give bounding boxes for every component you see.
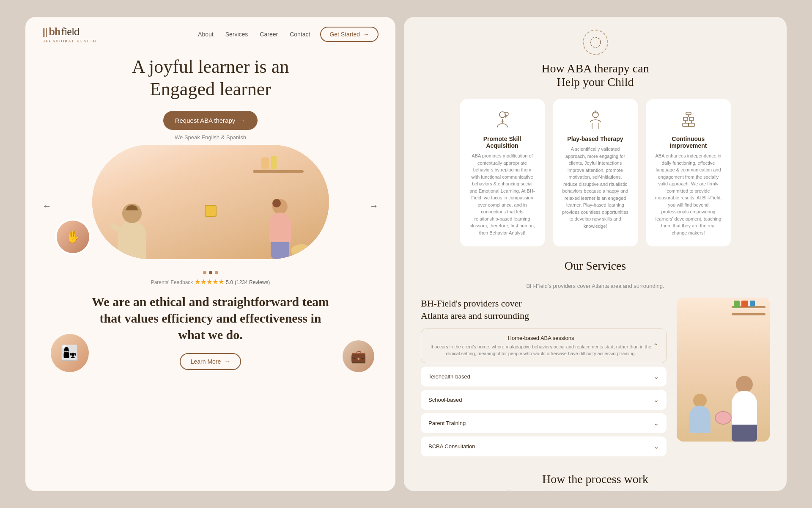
svg-rect-12 xyxy=(689,123,694,127)
aba-card-1: Promote Skill Acquisition ABA promotes m… xyxy=(460,99,545,246)
card-1-title: Promote Skill Acquisition xyxy=(469,135,536,149)
stars-icon: ★★★★★ xyxy=(195,278,224,285)
child-torso xyxy=(269,213,291,242)
right-panel: How ABA therapy can Help your Child xyxy=(404,17,787,491)
thumbnail-circle: ✋ xyxy=(55,219,91,255)
hero-image-area: ← xyxy=(42,145,379,268)
person-circle-left: 👩‍👧 xyxy=(51,334,89,372)
floor-item xyxy=(291,244,312,257)
arrow-icon: → xyxy=(224,358,230,365)
toy-block xyxy=(205,205,217,217)
card-2-title: Play-based Therapy xyxy=(562,135,629,142)
service-item-1-content: Home-based ABA sessions It occurs in the… xyxy=(429,335,653,357)
services-title: Our Services xyxy=(421,259,770,273)
chevron-down-icon: ⌄ xyxy=(653,396,659,404)
services-heading: BH-Field's providers cover Atlanta area … xyxy=(421,298,667,322)
dot-2[interactable] xyxy=(209,271,212,274)
play-icon xyxy=(585,109,606,130)
service-item-1[interactable]: Home-based ABA sessions It occurs in the… xyxy=(421,329,667,363)
get-started-button[interactable]: Get Started → xyxy=(320,27,379,42)
hero-title: A joyful learner is an Engaged learner xyxy=(42,56,379,101)
svg-point-0 xyxy=(590,37,601,47)
svg-rect-8 xyxy=(689,117,694,121)
carousel-dots xyxy=(25,271,395,274)
aba-section-title: How ABA therapy can Help your Child xyxy=(421,62,770,89)
svg-rect-7 xyxy=(683,117,688,121)
adult-figure xyxy=(118,204,146,259)
logo-field: field xyxy=(61,25,79,38)
service-item-5[interactable]: BCBA Consultation ⌄ xyxy=(421,436,667,456)
shelf-bottom xyxy=(732,313,765,315)
chevron-up-icon: ⌃ xyxy=(653,342,658,350)
nav-services[interactable]: Services xyxy=(225,31,248,38)
service-item-4[interactable]: Parent Training ⌄ xyxy=(421,413,667,433)
logo-bars-icon: ||| xyxy=(42,26,47,37)
logo-text: ||| bhfield xyxy=(42,25,79,38)
shelf-item-1 xyxy=(734,301,740,308)
service-item-3[interactable]: School-based ⌄ xyxy=(421,390,667,410)
child-figure xyxy=(689,394,710,433)
language-text: We Speak English & Spanish xyxy=(42,134,379,141)
shelf-items xyxy=(734,301,765,308)
services-subtitle: BH-Field's providers cover Atlanta area … xyxy=(421,283,770,289)
feedback-score: 5.0 xyxy=(226,279,233,285)
carousel-next-button[interactable]: → xyxy=(369,201,379,212)
shelf-item xyxy=(261,157,269,169)
child-pants xyxy=(271,242,289,259)
therapist-pants xyxy=(732,425,757,442)
child-dress xyxy=(689,406,710,433)
circle-dashed-icon xyxy=(583,30,608,55)
services-content: BH-Field's providers cover Atlanta area … xyxy=(421,298,770,460)
child-head xyxy=(272,199,288,214)
svg-point-1 xyxy=(499,112,505,118)
carousel-prev-button[interactable]: ← xyxy=(42,201,52,212)
logo-subtitle: BEHAVIORAL HEALTH xyxy=(42,39,96,43)
services-scene xyxy=(677,298,770,442)
chevron-down-icon: ⌄ xyxy=(653,442,659,450)
aba-card-2: Play-based Therapy A scientifically vali… xyxy=(553,99,638,246)
card-1-desc: ABA promotes modification of contextuall… xyxy=(469,152,536,236)
process-section: How the process work There are some the … xyxy=(421,472,770,491)
shelf-item-3 xyxy=(750,301,755,306)
svg-rect-11 xyxy=(683,123,689,127)
service-item-2[interactable]: Telehealth-based ⌄ xyxy=(421,367,667,387)
request-aba-button[interactable]: Request ABA therapy → xyxy=(163,111,258,130)
shelf-item-2 xyxy=(741,301,748,307)
arrow-icon: → xyxy=(363,31,369,38)
card-3-desc: ABA enhances independence in daily funct… xyxy=(655,152,722,236)
logo-bh: bh xyxy=(49,25,60,38)
nav-about[interactable]: About xyxy=(198,31,214,38)
about-title: We are an ethical and straightforward te… xyxy=(51,293,370,343)
feedback-section: Parents' Feedback ★★★★★ 5.0 (1234 Review… xyxy=(25,274,395,289)
improve-icon xyxy=(678,109,699,130)
adult-torso xyxy=(118,221,146,259)
thumb-inner: ✋ xyxy=(57,221,89,253)
nav-career[interactable]: Career xyxy=(260,31,278,38)
logo: ||| bhfield BEHAVIORAL HEALTH xyxy=(42,25,96,43)
adult-head xyxy=(122,204,142,223)
page-wrapper: ||| bhfield BEHAVIORAL HEALTH About Serv… xyxy=(0,0,812,508)
feedback-reviews: (1234 Reviews) xyxy=(235,279,270,285)
aba-cards: Promote Skill Acquisition ABA promotes m… xyxy=(421,99,770,246)
dot-1[interactable] xyxy=(203,271,206,274)
about-section: We are an ethical and straightforward te… xyxy=(25,289,395,374)
services-image xyxy=(677,298,770,442)
services-left: BH-Field's providers cover Atlanta area … xyxy=(421,298,667,460)
nav-contact[interactable]: Contact xyxy=(290,31,310,38)
card-2-desc: A scientifically validated approach, mor… xyxy=(562,146,629,229)
adult-hair xyxy=(126,205,138,210)
aba-section: How ABA therapy can Help your Child xyxy=(421,30,770,246)
arrow-icon: → xyxy=(239,117,246,124)
left-panel: ||| bhfield BEHAVIORAL HEALTH About Serv… xyxy=(25,17,395,491)
nav-links: About Services Career Contact xyxy=(198,31,310,38)
child-hair xyxy=(272,199,281,207)
shelf-item2 xyxy=(271,156,277,169)
skill-icon xyxy=(492,109,513,130)
therapist-head xyxy=(736,376,753,393)
services-section: Our Services BH-Field's providers cover … xyxy=(421,259,770,460)
learn-more-button[interactable]: Learn More → xyxy=(180,353,241,370)
navigation: ||| bhfield BEHAVIORAL HEALTH About Serv… xyxy=(25,17,395,52)
dot-3[interactable] xyxy=(215,271,218,274)
aba-card-3: Continuous Improvement ABA enhances inde… xyxy=(646,99,731,246)
chevron-down-icon: ⌄ xyxy=(653,373,659,381)
